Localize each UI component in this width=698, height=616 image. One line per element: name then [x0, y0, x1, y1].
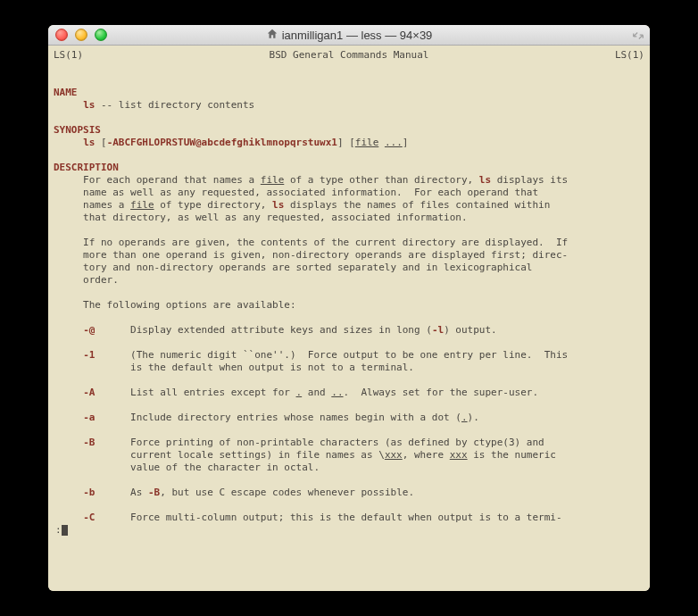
prompt-char: :	[55, 524, 62, 537]
opt-A-flag: -A	[83, 387, 95, 398]
window-title: ianmilligan1 — less — 94×39	[48, 28, 650, 43]
opt-a-dot: .	[461, 412, 468, 423]
name-cmd: ls	[83, 99, 95, 111]
opt-a-a: Include directory entries whose names be…	[95, 412, 461, 423]
close-button[interactable]	[55, 29, 68, 41]
opt-A-b: and	[302, 387, 331, 398]
opt-b-B: -B	[148, 487, 160, 498]
opt-B-xxx2: xxx	[450, 449, 468, 461]
terminal-window: ianmilligan1 — less — 94×39 LS(1)BSD Gen…	[48, 25, 650, 591]
section-description: DESCRIPTION	[54, 162, 119, 173]
section-synopsis: SYNOPSIS	[54, 124, 101, 136]
opt-at-a: Display extended attribute keys and size…	[95, 324, 432, 336]
home-icon	[266, 28, 278, 43]
terminal-content[interactable]: LS(1)BSD General Commands ManualLS(1) NA…	[48, 46, 650, 591]
desc-p3: The following options are available:	[54, 299, 296, 311]
opt-b-b: , but use C escape codes whenever possib…	[160, 487, 414, 498]
opt-at-flag: -@	[83, 324, 95, 336]
window-title-text: ianmilligan1 — less — 94×39	[282, 29, 433, 42]
desc-ls1: ls	[479, 174, 491, 186]
synopsis-file: file	[355, 137, 379, 148]
desc-p1b: of a type other than directory,	[284, 174, 479, 186]
header-center: BSD General Commands Manual	[270, 49, 429, 62]
less-prompt[interactable]: :	[54, 524, 644, 537]
opt-1-text: (The numeric digit ``one''.) Force outpu…	[54, 349, 568, 373]
opt-B-xxx1: xxx	[385, 449, 403, 461]
opt-b-flag: -b	[83, 487, 95, 498]
man-header: LS(1)BSD General Commands ManualLS(1)	[54, 49, 644, 62]
opt-A-c: . Always set for the super-user.	[344, 387, 539, 398]
name-desc: -- list directory contents	[95, 99, 254, 111]
synopsis-cmd: ls	[83, 137, 95, 148]
header-right: LS(1)	[615, 49, 644, 62]
opt-B-b: , where	[403, 449, 450, 461]
desc-ls2: ls	[272, 199, 284, 211]
opt-a-flag: -a	[83, 412, 95, 423]
opt-A-a: List all entries except for	[95, 387, 295, 398]
desc-file2: file	[130, 199, 154, 211]
desc-p1a: For each operand that names a	[54, 174, 261, 186]
traffic-lights	[48, 29, 107, 41]
opt-at-l: -l	[432, 324, 444, 336]
opt-B-flag: -B	[83, 437, 95, 448]
zoom-button[interactable]	[95, 29, 107, 41]
synopsis-ellipsis: ...	[385, 137, 403, 148]
desc-p2: If no operands are given, the contents o…	[54, 237, 568, 286]
opt-A-dotdot: ..	[331, 387, 343, 398]
titlebar[interactable]: ianmilligan1 — less — 94×39	[48, 25, 650, 46]
cursor	[62, 525, 68, 536]
opt-1-flag: -1	[83, 349, 95, 361]
desc-file1: file	[261, 174, 285, 186]
opt-C-text: Force multi-column output; this is the d…	[95, 512, 561, 523]
opt-a-b: ).	[468, 412, 479, 423]
header-left: LS(1)	[54, 49, 83, 62]
minimize-button[interactable]	[75, 29, 87, 41]
section-name: NAME	[54, 87, 78, 98]
desc-p1d: of type directory,	[154, 199, 272, 211]
opt-at-b: ) output.	[444, 324, 497, 336]
fullscreen-icon[interactable]	[632, 29, 644, 41]
opt-C-flag: -C	[83, 512, 95, 523]
opt-b-a: As	[95, 487, 148, 498]
synopsis-flags: -ABCFGHLOPRSTUW@abcdefghiklmnopqrstuwx1	[107, 137, 337, 148]
